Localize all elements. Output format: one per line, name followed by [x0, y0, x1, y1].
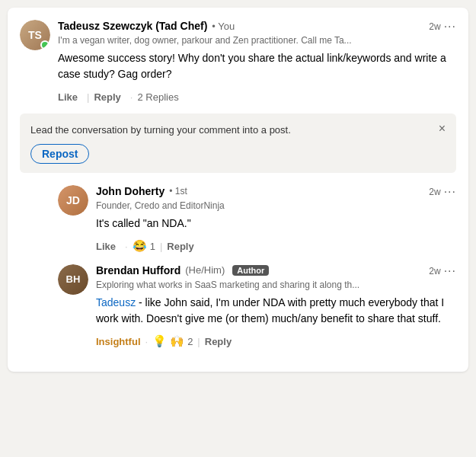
reaction-emoji2-brendan: 🙌 [170, 334, 184, 348]
author-name-tad: Tadeusz Szewczyk (Tad Chef) [58, 20, 207, 32]
comment-header-john: John Doherty • 1st 2w ··· [96, 185, 456, 199]
reactions-brendan: 💡 🙌 2 [152, 334, 193, 348]
text-brendan: Tadeusz - like John said, I'm under NDA … [96, 295, 456, 327]
like-button-tad[interactable]: Like [58, 88, 82, 106]
separator2-tad: · [130, 91, 133, 103]
avatar-tad: TS [20, 20, 50, 50]
author-name-brendan: Brendan Hufford [96, 264, 180, 276]
more-options-john[interactable]: ··· [444, 185, 456, 199]
comment-tad: TS Tadeusz Szewczyk (Tad Chef) • You 2w … [20, 20, 456, 106]
author-line-brendan: Brendan Hufford (He/Him) Author [96, 264, 269, 276]
repost-banner: Lead the conversation by turning your co… [20, 113, 456, 173]
comment-john: JD John Doherty • 1st 2w ··· Founder, Cr… [58, 185, 456, 255]
author-you-tad: • You [212, 21, 235, 32]
more-options-brendan[interactable]: ··· [444, 264, 456, 278]
comment-time-tad: 2w ··· [429, 20, 456, 34]
repost-banner-content: Repost [30, 144, 300, 164]
separator-brendan: · [145, 336, 149, 347]
reaction-emoji1-brendan: 💡 [152, 334, 167, 348]
mention-brendan[interactable]: Tadeusz [96, 296, 136, 308]
reply-button-tad[interactable]: Reply [94, 88, 125, 106]
author-badge-brendan: Author [232, 265, 269, 276]
like-button-john[interactable]: Like [96, 238, 120, 255]
comment-brendan: BH Brendan Hufford (He/Him) Author 2w ··… [58, 264, 456, 350]
repost-button[interactable]: Repost [30, 144, 89, 164]
text-after-mention-brendan: - like John said, I'm under NDA with pre… [96, 296, 444, 324]
text-john: It's called "an NDA." [96, 216, 456, 232]
actions-brendan: Insightful · 💡 🙌 2 | Reply [96, 333, 456, 350]
bio-brendan: Exploring what works in SaaS marketing a… [96, 280, 456, 290]
reply-button-john[interactable]: Reply [167, 238, 198, 255]
reactions-john: 😂 1 [133, 239, 155, 253]
reaction-emoji-john: 😂 [133, 239, 147, 253]
author-suffix-brendan: (He/Him) [185, 264, 225, 276]
connection-john: • 1st [169, 186, 187, 197]
separator-tad: | [87, 91, 89, 103]
author-line-john: John Doherty • 1st [96, 185, 187, 197]
comment-time-john: 2w ··· [429, 185, 456, 199]
avatar-john: JD [58, 185, 88, 216]
text-tad: Awesome success story! Why don't you sha… [58, 50, 456, 82]
close-banner-button[interactable]: × [439, 123, 446, 135]
nested-comment-john: JD John Doherty • 1st 2w ··· Founder, Cr… [58, 185, 456, 255]
more-options-tad[interactable]: ··· [444, 20, 456, 34]
avatar-brendan: BH [58, 264, 88, 295]
reply-button-brendan[interactable]: Reply [205, 333, 236, 350]
actions-tad: Like | Reply · 2 Replies [58, 88, 456, 106]
comment-header-tad: Tadeusz Szewczyk (Tad Chef) • You 2w ··· [58, 20, 456, 34]
repost-banner-left: Lead the conversation by turning your co… [30, 123, 300, 164]
comment-body-brendan: Brendan Hufford (He/Him) Author 2w ··· E… [96, 264, 456, 350]
nested-comment-brendan: BH Brendan Hufford (He/Him) Author 2w ··… [58, 264, 456, 350]
bio-tad: I'm a vegan writer, dog owner, parkour a… [58, 35, 456, 46]
author-line-tad: Tadeusz Szewczyk (Tad Chef) • You [58, 20, 235, 32]
comment-body-john: John Doherty • 1st 2w ··· Founder, Credo… [96, 185, 456, 255]
online-indicator [40, 40, 50, 50]
separator-john: · [125, 241, 128, 252]
separator2-brendan: | [197, 336, 200, 347]
insightful-label-brendan[interactable]: Insightful [96, 336, 141, 347]
comment-body-tad: Tadeusz Szewczyk (Tad Chef) • You 2w ···… [58, 20, 456, 106]
comment-header-brendan: Brendan Hufford (He/Him) Author 2w ··· [96, 264, 456, 278]
comments-container: TS Tadeusz Szewczyk (Tad Chef) • You 2w … [8, 8, 468, 372]
author-name-john: John Doherty [96, 185, 165, 197]
repost-banner-text: Lead the conversation by turning your co… [30, 123, 291, 138]
replies-count-tad[interactable]: 2 Replies [137, 91, 178, 103]
reaction-count-brendan: 2 [187, 336, 193, 347]
reaction-count-john: 1 [150, 241, 155, 252]
actions-john: Like · 😂 1 | Reply [96, 238, 456, 255]
bio-john: Founder, Credo and EditorNinja [96, 200, 456, 211]
comment-time-brendan: 2w ··· [429, 264, 456, 278]
separator2-john: | [160, 241, 162, 252]
